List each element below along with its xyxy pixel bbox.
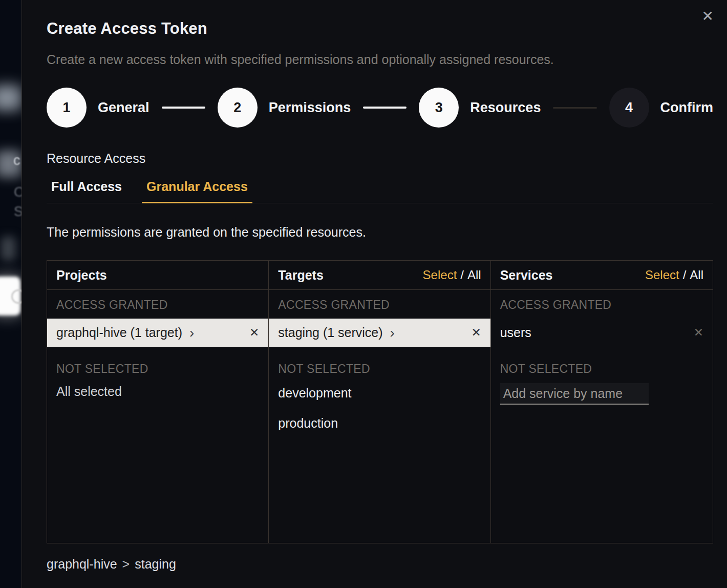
select-all-separator: / (683, 268, 687, 282)
granted-service-label: users (500, 325, 531, 340)
access-granted-label: ACCESS GRANTED (491, 298, 713, 312)
step-label: General (98, 100, 149, 116)
modal-subtitle: Create a new access token with specified… (47, 52, 713, 67)
column-body: ACCESS GRANTED users ✕ NOT SELECTED (491, 290, 713, 405)
create-access-token-modal: ✕ Create Access Token Create a new acces… (22, 0, 727, 588)
resource-access-tabs: Full Access Granular Access (47, 179, 713, 203)
background-page-blur: c O S (0, 0, 22, 588)
remove-target-button[interactable]: ✕ (471, 327, 481, 339)
targets-all-link[interactable]: All (467, 268, 481, 282)
step-label: Permissions (269, 100, 351, 116)
step-label: Confirm (660, 100, 714, 116)
resources-table: Projects ACCESS GRANTED graphql-hive (1 … (47, 260, 713, 543)
granted-target-row[interactable]: staging (1 service) › ✕ (269, 319, 490, 347)
step-label: Resources (470, 100, 541, 116)
step-confirm[interactable]: 4 Confirm (609, 88, 714, 128)
resource-access-description: The permissions are granted on the speci… (47, 225, 713, 240)
granted-service-row[interactable]: users ✕ (491, 319, 713, 347)
step-circle[interactable]: 3 (419, 88, 459, 128)
breadcrumb-project: graphql-hive (47, 557, 117, 571)
breadcrumb-separator: > (122, 557, 130, 571)
granted-target-label: staging (1 service) (278, 325, 382, 340)
not-selected-label: NOT SELECTED (269, 362, 490, 376)
background-blur-text: O (14, 185, 22, 199)
granted-project-row[interactable]: graphql-hive (1 target) › ✕ (47, 319, 268, 347)
services-select-all-control: Select/All (645, 268, 703, 282)
column-title: Services (500, 268, 553, 283)
step-general[interactable]: 1 General (47, 88, 149, 128)
column-body: ACCESS GRANTED graphql-hive (1 target) ›… (47, 290, 268, 399)
access-granted-label: ACCESS GRANTED (47, 298, 268, 312)
column-body: ACCESS GRANTED staging (1 service) › ✕ N… (269, 290, 490, 436)
chevron-right-icon: › (390, 326, 395, 340)
targets-select-all-control: Select/All (423, 268, 481, 282)
column-title: Projects (56, 268, 107, 283)
step-circle[interactable]: 2 (218, 88, 258, 128)
close-button[interactable]: ✕ (698, 6, 718, 27)
granted-project-label: graphql-hive (1 target) (56, 325, 182, 340)
remove-service-button[interactable]: ✕ (694, 327, 703, 339)
select-all-separator: / (460, 268, 464, 282)
services-select-link[interactable]: Select (645, 268, 679, 282)
close-icon: ✕ (702, 8, 714, 24)
step-circle[interactable]: 4 (609, 88, 649, 128)
step-circle[interactable]: 1 (47, 88, 87, 128)
targets-select-link[interactable]: Select (423, 268, 457, 282)
column-title: Targets (278, 268, 323, 283)
chevron-right-icon: › (189, 326, 194, 340)
step-connector (162, 107, 205, 109)
column-header: Services Select/All (491, 261, 713, 290)
remove-project-button[interactable]: ✕ (249, 327, 259, 339)
column-services: Services Select/All ACCESS GRANTED users… (491, 261, 713, 543)
background-blur-blob (0, 85, 22, 111)
modal-title: Create Access Token (47, 19, 713, 38)
stepper: 1 General 2 Permissions 3 Resources 4 Co… (47, 88, 713, 128)
background-blur-text: c (13, 154, 20, 167)
target-item-development[interactable]: development (269, 380, 490, 406)
background-blur-blob (1, 237, 15, 260)
column-targets: Targets Select/All ACCESS GRANTED stagin… (269, 261, 490, 543)
target-item-production[interactable]: production (269, 410, 490, 436)
step-connector (553, 107, 596, 109)
resource-access-heading: Resource Access (47, 151, 713, 166)
column-header: Projects (47, 261, 268, 290)
step-permissions[interactable]: 2 Permissions (218, 88, 351, 128)
all-selected-note: All selected (47, 384, 268, 399)
add-service-input[interactable] (500, 383, 649, 405)
background-blur-glyph (11, 289, 22, 304)
breadcrumb: graphql-hive>staging (47, 557, 713, 572)
access-granted-label: ACCESS GRANTED (269, 298, 490, 312)
not-selected-label: NOT SELECTED (491, 362, 713, 376)
services-all-link[interactable]: All (690, 268, 703, 282)
background-blur-text: S (14, 205, 22, 219)
not-selected-label: NOT SELECTED (47, 362, 268, 376)
tab-full-access[interactable]: Full Access (47, 179, 126, 203)
breadcrumb-target: staging (135, 557, 176, 571)
step-resources[interactable]: 3 Resources (419, 88, 541, 128)
step-connector (363, 107, 407, 109)
column-header: Targets Select/All (269, 261, 490, 290)
column-projects: Projects ACCESS GRANTED graphql-hive (1 … (47, 261, 269, 543)
tab-granular-access[interactable]: Granular Access (142, 179, 252, 203)
